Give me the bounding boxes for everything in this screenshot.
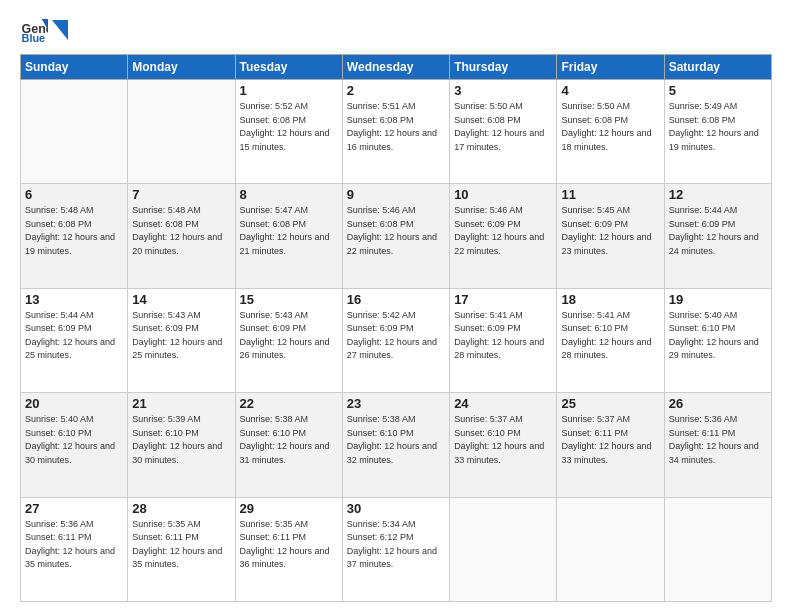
day-number: 13 <box>25 292 123 307</box>
day-number: 23 <box>347 396 445 411</box>
header-day-sunday: Sunday <box>21 55 128 80</box>
day-info: Sunrise: 5:40 AM Sunset: 6:10 PM Dayligh… <box>669 309 767 363</box>
day-number: 6 <box>25 187 123 202</box>
day-info: Sunrise: 5:41 AM Sunset: 6:09 PM Dayligh… <box>454 309 552 363</box>
day-info: Sunrise: 5:37 AM Sunset: 6:10 PM Dayligh… <box>454 413 552 467</box>
day-number: 27 <box>25 501 123 516</box>
calendar-cell: 22Sunrise: 5:38 AM Sunset: 6:10 PM Dayli… <box>235 393 342 497</box>
day-info: Sunrise: 5:50 AM Sunset: 6:08 PM Dayligh… <box>454 100 552 154</box>
day-number: 16 <box>347 292 445 307</box>
day-number: 3 <box>454 83 552 98</box>
calendar-cell: 12Sunrise: 5:44 AM Sunset: 6:09 PM Dayli… <box>664 184 771 288</box>
calendar-cell: 13Sunrise: 5:44 AM Sunset: 6:09 PM Dayli… <box>21 288 128 392</box>
day-info: Sunrise: 5:44 AM Sunset: 6:09 PM Dayligh… <box>669 204 767 258</box>
calendar-cell: 2Sunrise: 5:51 AM Sunset: 6:08 PM Daylig… <box>342 80 449 184</box>
calendar-cell <box>450 497 557 601</box>
calendar-header-row: SundayMondayTuesdayWednesdayThursdayFrid… <box>21 55 772 80</box>
page: General Blue SundayMondayTuesdayWed <box>0 0 792 612</box>
day-number: 2 <box>347 83 445 98</box>
header: General Blue <box>20 16 772 44</box>
day-info: Sunrise: 5:48 AM Sunset: 6:08 PM Dayligh… <box>132 204 230 258</box>
calendar-cell: 6Sunrise: 5:48 AM Sunset: 6:08 PM Daylig… <box>21 184 128 288</box>
day-number: 15 <box>240 292 338 307</box>
calendar-week-row: 13Sunrise: 5:44 AM Sunset: 6:09 PM Dayli… <box>21 288 772 392</box>
calendar-cell: 11Sunrise: 5:45 AM Sunset: 6:09 PM Dayli… <box>557 184 664 288</box>
calendar-week-row: 1Sunrise: 5:52 AM Sunset: 6:08 PM Daylig… <box>21 80 772 184</box>
day-info: Sunrise: 5:51 AM Sunset: 6:08 PM Dayligh… <box>347 100 445 154</box>
calendar-cell: 30Sunrise: 5:34 AM Sunset: 6:12 PM Dayli… <box>342 497 449 601</box>
day-info: Sunrise: 5:49 AM Sunset: 6:08 PM Dayligh… <box>669 100 767 154</box>
day-number: 19 <box>669 292 767 307</box>
day-number: 21 <box>132 396 230 411</box>
day-number: 18 <box>561 292 659 307</box>
day-info: Sunrise: 5:35 AM Sunset: 6:11 PM Dayligh… <box>240 518 338 572</box>
day-info: Sunrise: 5:42 AM Sunset: 6:09 PM Dayligh… <box>347 309 445 363</box>
day-number: 7 <box>132 187 230 202</box>
day-info: Sunrise: 5:46 AM Sunset: 6:08 PM Dayligh… <box>347 204 445 258</box>
day-info: Sunrise: 5:36 AM Sunset: 6:11 PM Dayligh… <box>669 413 767 467</box>
calendar-cell: 8Sunrise: 5:47 AM Sunset: 6:08 PM Daylig… <box>235 184 342 288</box>
day-info: Sunrise: 5:48 AM Sunset: 6:08 PM Dayligh… <box>25 204 123 258</box>
day-info: Sunrise: 5:36 AM Sunset: 6:11 PM Dayligh… <box>25 518 123 572</box>
calendar-cell: 20Sunrise: 5:40 AM Sunset: 6:10 PM Dayli… <box>21 393 128 497</box>
day-info: Sunrise: 5:38 AM Sunset: 6:10 PM Dayligh… <box>240 413 338 467</box>
calendar-cell: 23Sunrise: 5:38 AM Sunset: 6:10 PM Dayli… <box>342 393 449 497</box>
calendar-week-row: 27Sunrise: 5:36 AM Sunset: 6:11 PM Dayli… <box>21 497 772 601</box>
day-info: Sunrise: 5:52 AM Sunset: 6:08 PM Dayligh… <box>240 100 338 154</box>
calendar-cell: 26Sunrise: 5:36 AM Sunset: 6:11 PM Dayli… <box>664 393 771 497</box>
calendar-cell: 21Sunrise: 5:39 AM Sunset: 6:10 PM Dayli… <box>128 393 235 497</box>
day-number: 29 <box>240 501 338 516</box>
calendar-cell: 24Sunrise: 5:37 AM Sunset: 6:10 PM Dayli… <box>450 393 557 497</box>
day-number: 1 <box>240 83 338 98</box>
logo-icon: General Blue <box>20 16 48 44</box>
day-number: 17 <box>454 292 552 307</box>
day-number: 24 <box>454 396 552 411</box>
day-info: Sunrise: 5:43 AM Sunset: 6:09 PM Dayligh… <box>132 309 230 363</box>
day-number: 14 <box>132 292 230 307</box>
header-day-thursday: Thursday <box>450 55 557 80</box>
day-info: Sunrise: 5:50 AM Sunset: 6:08 PM Dayligh… <box>561 100 659 154</box>
calendar-cell <box>664 497 771 601</box>
header-day-saturday: Saturday <box>664 55 771 80</box>
day-info: Sunrise: 5:47 AM Sunset: 6:08 PM Dayligh… <box>240 204 338 258</box>
calendar-week-row: 20Sunrise: 5:40 AM Sunset: 6:10 PM Dayli… <box>21 393 772 497</box>
calendar-week-row: 6Sunrise: 5:48 AM Sunset: 6:08 PM Daylig… <box>21 184 772 288</box>
calendar-cell: 15Sunrise: 5:43 AM Sunset: 6:09 PM Dayli… <box>235 288 342 392</box>
svg-marker-4 <box>52 20 68 40</box>
day-number: 20 <box>25 396 123 411</box>
calendar-cell <box>21 80 128 184</box>
day-info: Sunrise: 5:40 AM Sunset: 6:10 PM Dayligh… <box>25 413 123 467</box>
day-number: 26 <box>669 396 767 411</box>
day-info: Sunrise: 5:39 AM Sunset: 6:10 PM Dayligh… <box>132 413 230 467</box>
day-info: Sunrise: 5:45 AM Sunset: 6:09 PM Dayligh… <box>561 204 659 258</box>
calendar-cell: 10Sunrise: 5:46 AM Sunset: 6:09 PM Dayli… <box>450 184 557 288</box>
calendar-cell: 9Sunrise: 5:46 AM Sunset: 6:08 PM Daylig… <box>342 184 449 288</box>
day-info: Sunrise: 5:44 AM Sunset: 6:09 PM Dayligh… <box>25 309 123 363</box>
day-number: 25 <box>561 396 659 411</box>
logo-triangle-icon <box>52 20 68 40</box>
day-number: 9 <box>347 187 445 202</box>
calendar-cell: 4Sunrise: 5:50 AM Sunset: 6:08 PM Daylig… <box>557 80 664 184</box>
calendar-cell: 1Sunrise: 5:52 AM Sunset: 6:08 PM Daylig… <box>235 80 342 184</box>
day-info: Sunrise: 5:34 AM Sunset: 6:12 PM Dayligh… <box>347 518 445 572</box>
calendar-cell <box>128 80 235 184</box>
calendar-cell: 27Sunrise: 5:36 AM Sunset: 6:11 PM Dayli… <box>21 497 128 601</box>
calendar-cell: 17Sunrise: 5:41 AM Sunset: 6:09 PM Dayli… <box>450 288 557 392</box>
header-day-wednesday: Wednesday <box>342 55 449 80</box>
day-number: 12 <box>669 187 767 202</box>
day-number: 30 <box>347 501 445 516</box>
day-info: Sunrise: 5:38 AM Sunset: 6:10 PM Dayligh… <box>347 413 445 467</box>
day-info: Sunrise: 5:41 AM Sunset: 6:10 PM Dayligh… <box>561 309 659 363</box>
day-number: 8 <box>240 187 338 202</box>
day-number: 11 <box>561 187 659 202</box>
svg-text:Blue: Blue <box>22 32 46 44</box>
header-day-friday: Friday <box>557 55 664 80</box>
calendar-cell: 7Sunrise: 5:48 AM Sunset: 6:08 PM Daylig… <box>128 184 235 288</box>
calendar-cell: 18Sunrise: 5:41 AM Sunset: 6:10 PM Dayli… <box>557 288 664 392</box>
header-day-monday: Monday <box>128 55 235 80</box>
calendar-cell: 19Sunrise: 5:40 AM Sunset: 6:10 PM Dayli… <box>664 288 771 392</box>
calendar-cell: 16Sunrise: 5:42 AM Sunset: 6:09 PM Dayli… <box>342 288 449 392</box>
calendar-cell: 25Sunrise: 5:37 AM Sunset: 6:11 PM Dayli… <box>557 393 664 497</box>
day-info: Sunrise: 5:35 AM Sunset: 6:11 PM Dayligh… <box>132 518 230 572</box>
day-info: Sunrise: 5:43 AM Sunset: 6:09 PM Dayligh… <box>240 309 338 363</box>
